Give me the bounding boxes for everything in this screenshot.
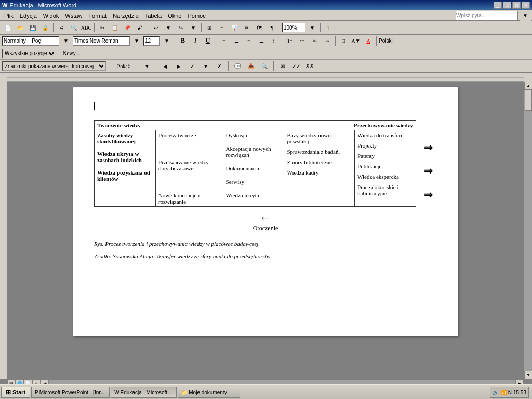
main-area: Tworzenie wiedzy Przechowywanie wiedzy Z… (0, 82, 532, 379)
spell-button[interactable]: ABC (81, 22, 92, 33)
insert-chart[interactable]: 📊 (229, 22, 240, 33)
fmt-sep5 (376, 36, 377, 46)
scroll-up-button[interactable]: ▲ (524, 82, 532, 90)
open-button[interactable]: 📂 (15, 22, 26, 33)
start-button[interactable]: ⊞ Start (1, 387, 30, 398)
styles-select[interactable]: Wszystkie pozycje (2, 49, 56, 58)
marks-select[interactable]: Znaczniki pokazane w wersji końcowej (2, 61, 106, 71)
menu-narzedzia[interactable]: Narzędzia (110, 11, 142, 20)
cut-button[interactable]: ✂ (97, 22, 108, 33)
style-input[interactable] (2, 36, 59, 46)
scroll-down-button[interactable]: ▼ (524, 371, 532, 379)
cursor-area (94, 102, 437, 110)
save-button[interactable]: 💾 (27, 22, 38, 33)
print-button[interactable]: 🖨 (56, 22, 67, 33)
decrease-indent[interactable]: ⇤ (309, 36, 321, 46)
page-scroll-area[interactable]: Tworzenie wiedzy Przechowywanie wiedzy Z… (7, 82, 524, 379)
menu-edycja[interactable]: Edycja (17, 11, 40, 20)
underline-button[interactable]: U (202, 36, 214, 46)
doc-map[interactable]: 🗺 (254, 22, 265, 33)
cell-col4: Bazy wiedzy nowo powstałej: Sprawozdania… (284, 130, 355, 207)
zoom-drop[interactable]: ▼ (307, 22, 318, 33)
track-btn[interactable]: 🔍 (259, 61, 270, 71)
insert-table[interactable]: ⊞ (204, 22, 215, 33)
numbering[interactable]: 1≡ (284, 36, 296, 46)
align-left[interactable]: ≡ (218, 36, 230, 46)
permission-button[interactable]: 🔒 (39, 22, 51, 33)
highlight[interactable]: A▼ (350, 36, 362, 46)
taskbar-btn-mydocs[interactable]: 📁 Moje dokumenty (178, 387, 240, 398)
align-right[interactable]: ≡ (243, 36, 255, 46)
search-input[interactable] (456, 11, 518, 20)
accept-change[interactable]: ✓ (187, 61, 198, 71)
font-drop[interactable]: ▼ (131, 36, 142, 46)
document-page: Tworzenie wiedzy Przechowywanie wiedzy Z… (73, 87, 458, 336)
col4-row2: Sprawozdania z badań, (287, 149, 352, 155)
menu-pomoc[interactable]: Pomoc (184, 11, 208, 20)
insert-cols[interactable]: ≡ (216, 22, 228, 33)
scroll-thumb[interactable] (525, 90, 532, 111)
outside-border[interactable]: □ (338, 36, 349, 46)
undo-button[interactable]: ↩ (150, 22, 162, 33)
reject-all[interactable]: ✗✗ (304, 61, 315, 71)
undo-drop[interactable]: ▼ (163, 22, 174, 33)
zoom-input[interactable] (282, 23, 305, 32)
menu-widok[interactable]: Widok (40, 11, 62, 20)
menu-wstaw[interactable]: Wstaw (62, 11, 85, 20)
paste-button[interactable]: 📌 (122, 22, 133, 33)
prev-change[interactable]: ◀ (159, 61, 171, 71)
font-input[interactable] (73, 36, 130, 46)
font-color[interactable]: A (363, 36, 374, 46)
redo-drop[interactable]: ▼ (188, 22, 199, 33)
style-drop[interactable]: ▼ (60, 36, 72, 46)
marks-drop[interactable]: ▼ (141, 61, 153, 71)
align-center[interactable]: ☰ (231, 36, 242, 46)
taskbar-btn-word[interactable]: W Edukacja - Microsoft ... (111, 387, 177, 398)
size-drop[interactable]: ▼ (161, 36, 172, 46)
col5-row2: Projekty (357, 142, 413, 149)
format-painter[interactable]: 🖌 (134, 22, 145, 33)
show-button[interactable]: Pokaż (108, 61, 139, 71)
next-change[interactable]: ▶ (173, 61, 184, 71)
new-style-button[interactable]: Nowy... (58, 48, 84, 59)
show-hide[interactable]: ¶ (266, 22, 277, 33)
bold-button[interactable]: B (177, 36, 189, 46)
maximize-button[interactable]: □ (503, 2, 511, 9)
right-scrollbar[interactable]: ▲ ▼ (524, 82, 532, 379)
accept-drop[interactable]: ▼ (200, 61, 211, 71)
minimize-button[interactable]: _ (494, 2, 502, 9)
standard-toolbar: 📄 📂 💾 🔒 🖨 🔍 ABC ✂ 📋 📌 🖌 ↩ ▼ ↪ ▼ ⊞ ≡ 📊 ✏ … (0, 21, 532, 35)
preview-button[interactable]: 🔍 (68, 22, 79, 33)
taskbar-btn-powerpoint[interactable]: P Microsoft PowerPoint - [Inn... (31, 387, 110, 398)
increase-indent[interactable]: ⇥ (322, 36, 333, 46)
bullets[interactable]: •≡ (297, 36, 308, 46)
scroll-track[interactable] (524, 90, 532, 371)
menu-okno[interactable]: Okno (165, 11, 184, 20)
line-spacing[interactable]: ↕ (268, 36, 280, 46)
insert-comment[interactable]: 💬 (232, 61, 243, 71)
redo-button[interactable]: ↪ (175, 22, 187, 33)
window-controls: _ □ ⧉ ✕ (494, 2, 530, 9)
col5-row1: Wiedza do transferu (357, 132, 413, 138)
search-button[interactable]: ▼ (520, 10, 531, 21)
system-tray: 🔊 📶 N 15:53 (490, 387, 529, 398)
drawing-btn[interactable]: ✏ (241, 22, 252, 33)
save-version[interactable]: 📥 (245, 61, 257, 71)
accept-all[interactable]: ✓✓ (290, 61, 302, 71)
send-review[interactable]: ✉ (277, 61, 288, 71)
restore-button[interactable]: ⧉ (512, 2, 521, 9)
table-row-1: Zasoby wiedzy skodyfikowanej Wiedza ukry… (95, 130, 416, 207)
close-button[interactable]: ✕ (522, 2, 530, 9)
reject-change[interactable]: ✗ (214, 61, 225, 71)
help-button[interactable]: ? (323, 22, 334, 33)
copy-button[interactable]: 📋 (109, 22, 121, 33)
menu-format[interactable]: Format (85, 11, 110, 20)
menu-tabela[interactable]: Tabela (142, 11, 165, 20)
systray-icons: 🔊 📶 N (493, 390, 512, 395)
new-button[interactable]: 📄 (2, 22, 14, 33)
menu-plik[interactable]: Plik (1, 11, 17, 20)
italic-button[interactable]: I (190, 36, 201, 46)
size-input[interactable] (143, 36, 160, 46)
col3-row1: Dyskusja (226, 132, 282, 138)
align-justify[interactable]: ☰ (256, 36, 267, 46)
